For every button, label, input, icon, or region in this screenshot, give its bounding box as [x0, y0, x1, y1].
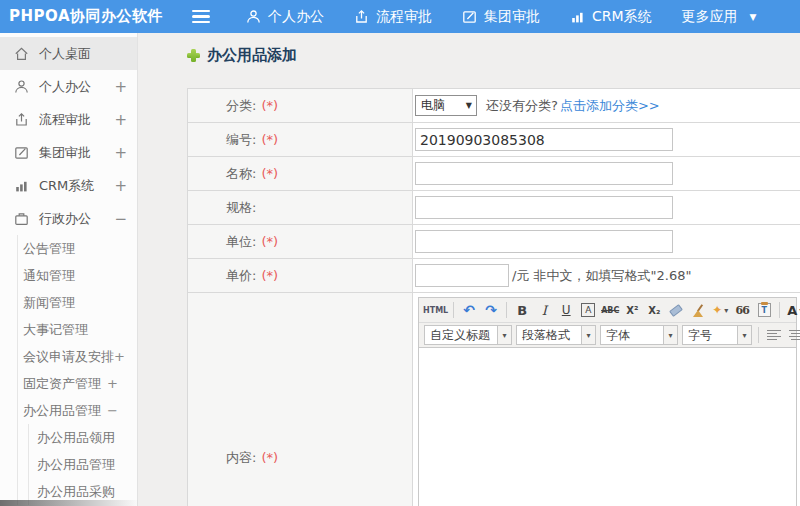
- sidebar-item-supplies-claim[interactable]: 办公用品领用: [29, 424, 137, 451]
- user-icon: [246, 9, 261, 24]
- form-row-spec: 规格:: [188, 191, 800, 225]
- subscript-button[interactable]: X₂: [644, 300, 664, 320]
- toolbar-separator: [506, 302, 507, 318]
- sidebar-item-desktop[interactable]: 个人桌面: [0, 37, 137, 70]
- field-label: 名称: (*): [188, 157, 413, 190]
- toolbar-separator: [758, 327, 759, 343]
- expand-icon[interactable]: +: [107, 376, 118, 391]
- sidebar-item-workflow-approval[interactable]: 流程审批 +: [0, 103, 137, 136]
- paste-text-button[interactable]: T: [754, 300, 774, 320]
- form-row-code: 编号: (*): [188, 123, 800, 157]
- editor-content-area[interactable]: [419, 348, 796, 506]
- bold-button[interactable]: B: [512, 300, 532, 320]
- eraser-button[interactable]: [666, 300, 686, 320]
- form-row-unit: 单位: (*): [188, 225, 800, 259]
- required-mark: (*): [261, 234, 278, 249]
- paragraph-format-dropdown[interactable]: 段落格式 ▾: [516, 325, 596, 345]
- sidebar-item-admin-office[interactable]: 行政办公 −: [0, 202, 137, 235]
- field-control: [413, 191, 800, 224]
- field-label: 规格:: [188, 191, 413, 224]
- required-mark: (*): [261, 166, 278, 181]
- field-control: [413, 225, 800, 258]
- caret-down-icon: ▾: [724, 306, 728, 315]
- spec-input[interactable]: [415, 196, 673, 219]
- editor-toolbar-row2: 自定义标题 ▾ 段落格式 ▾ 字体 ▾: [419, 323, 796, 348]
- sidebar-item-personal-office[interactable]: 个人办公 +: [0, 70, 137, 103]
- sidebar-item-crm[interactable]: CRM系统 +: [0, 169, 137, 202]
- topmenu-workflow-approval[interactable]: 流程审批: [354, 8, 432, 26]
- topmenu-crm[interactable]: CRM系统: [570, 8, 652, 26]
- expand-icon[interactable]: +: [114, 144, 127, 162]
- sidebar-item-supplies-manage[interactable]: 办公用品管理: [29, 451, 137, 478]
- expand-icon[interactable]: +: [114, 111, 127, 129]
- user-icon: [14, 79, 29, 94]
- undo-icon[interactable]: ↶: [459, 300, 479, 320]
- sidebar-label: 会议申请及安排: [23, 348, 114, 366]
- expand-icon[interactable]: +: [114, 78, 127, 96]
- topmenu-more-apps[interactable]: 更多应用 ▼: [682, 8, 757, 26]
- font-family-dropdown[interactable]: 字体 ▾: [600, 325, 678, 345]
- sidebar-item-notice-mgmt[interactable]: 通知管理: [18, 262, 137, 289]
- field-control: [413, 123, 800, 156]
- autoformat-button[interactable]: ✦▾: [710, 300, 730, 320]
- bottom-edge-shadow: [0, 500, 140, 506]
- sidebar-submenu-supplies: 办公用品领用 办公用品管理 办公用品采购: [28, 424, 137, 505]
- sidebar-item-group-approval[interactable]: 集团审批 +: [0, 136, 137, 169]
- sidebar-label: 公告管理: [23, 240, 75, 258]
- field-control: 电脑 ▼ 还没有分类? 点击添加分类>>: [413, 89, 800, 122]
- redo-icon[interactable]: ↷: [481, 300, 501, 320]
- font-size-dropdown[interactable]: 字号 ▾: [682, 325, 752, 345]
- expand-icon[interactable]: +: [114, 177, 127, 195]
- edit-icon: [462, 9, 477, 24]
- sidebar-item-news-mgmt[interactable]: 新闻管理: [18, 289, 137, 316]
- home-icon: [14, 46, 29, 61]
- expand-icon[interactable]: +: [114, 349, 125, 364]
- sidebar-item-announcement-mgmt[interactable]: 公告管理: [18, 235, 137, 262]
- sidebar-item-asset-mgmt[interactable]: 固定资产管理+: [18, 370, 137, 397]
- label-text: 规格:: [226, 199, 256, 217]
- price-input[interactable]: [415, 264, 509, 287]
- caret-down-icon: ▾: [737, 326, 751, 344]
- code-input[interactable]: [415, 128, 673, 151]
- share-icon: [354, 9, 369, 24]
- strikethrough-button[interactable]: ABC: [600, 300, 620, 320]
- align-center-button[interactable]: [786, 325, 800, 345]
- sidebar-label: 通知管理: [23, 267, 75, 285]
- italic-button[interactable]: I: [534, 300, 554, 320]
- label-text: 名称:: [226, 165, 256, 183]
- page-title: 办公用品添加: [207, 46, 297, 65]
- font-color-button[interactable]: A▾: [785, 300, 800, 320]
- field-label: 分类: (*): [188, 89, 413, 122]
- form-row-price: 单价: (*) /元 非中文，如填写格式"2.68": [188, 259, 800, 293]
- sidebar-item-events-mgmt[interactable]: 大事记管理: [18, 316, 137, 343]
- html-source-button[interactable]: HTML: [423, 300, 448, 320]
- blockquote-button[interactable]: 66: [732, 300, 752, 320]
- superscript-button[interactable]: X²: [622, 300, 642, 320]
- sidebar-label: 个人桌面: [39, 45, 127, 63]
- clipboard-icon: T: [758, 303, 771, 317]
- collapse-icon[interactable]: −: [114, 210, 127, 228]
- font-color-icon: A: [787, 303, 797, 318]
- price-suffix: /元 非中文，如填写格式"2.68": [512, 267, 691, 285]
- sidebar-label: 办公用品采购: [37, 483, 115, 501]
- sidebar-item-meeting-mgmt[interactable]: 会议申请及安排+: [18, 343, 137, 370]
- underline-button[interactable]: U: [556, 300, 576, 320]
- required-mark: (*): [261, 98, 278, 113]
- sidebar-label: 办公用品管理: [37, 456, 115, 474]
- collapse-icon[interactable]: −: [107, 403, 118, 418]
- font-style-button[interactable]: A: [578, 300, 598, 320]
- sidebar-label: 新闻管理: [23, 294, 75, 312]
- unit-input[interactable]: [415, 230, 673, 253]
- toolbar-separator: [453, 302, 454, 318]
- sidebar-item-supplies-mgmt[interactable]: 办公用品管理−: [18, 397, 137, 424]
- hamburger-icon[interactable]: [192, 10, 210, 23]
- align-center-icon: [789, 330, 800, 341]
- topmenu-personal-office[interactable]: 个人办公: [246, 8, 324, 26]
- topmenu-group-approval[interactable]: 集团审批: [462, 8, 540, 26]
- align-left-button[interactable]: [764, 325, 784, 345]
- clear-format-button[interactable]: [688, 300, 708, 320]
- category-select[interactable]: 电脑 ▼: [415, 95, 477, 116]
- add-category-link[interactable]: 点击添加分类>>: [560, 97, 660, 115]
- custom-title-dropdown[interactable]: 自定义标题 ▾: [424, 325, 512, 345]
- name-input[interactable]: [415, 162, 673, 185]
